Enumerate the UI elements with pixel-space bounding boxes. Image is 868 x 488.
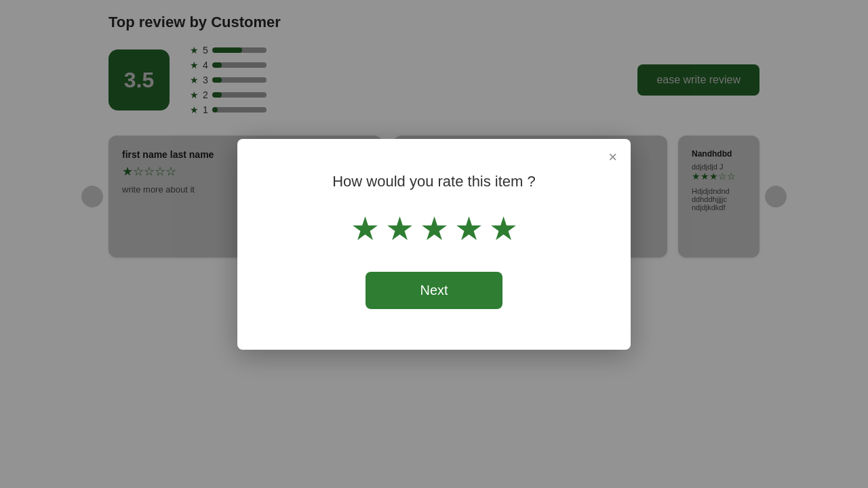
modal-stars[interactable]: ★ ★ ★ ★ ★ [264, 209, 604, 247]
rating-modal: × How would you rate this item ? ★ ★ ★ ★… [237, 139, 631, 350]
star-5[interactable]: ★ [489, 209, 518, 247]
modal-question: How would you rate this item ? [264, 173, 604, 190]
star-1[interactable]: ★ [351, 209, 380, 247]
modal-overlay: × How would you rate this item ? ★ ★ ★ ★… [0, 0, 868, 488]
modal-close-button[interactable]: × [608, 150, 617, 165]
star-2[interactable]: ★ [385, 209, 414, 247]
star-4[interactable]: ★ [454, 209, 484, 247]
star-3[interactable]: ★ [420, 209, 449, 247]
next-button[interactable]: Next [366, 272, 502, 309]
